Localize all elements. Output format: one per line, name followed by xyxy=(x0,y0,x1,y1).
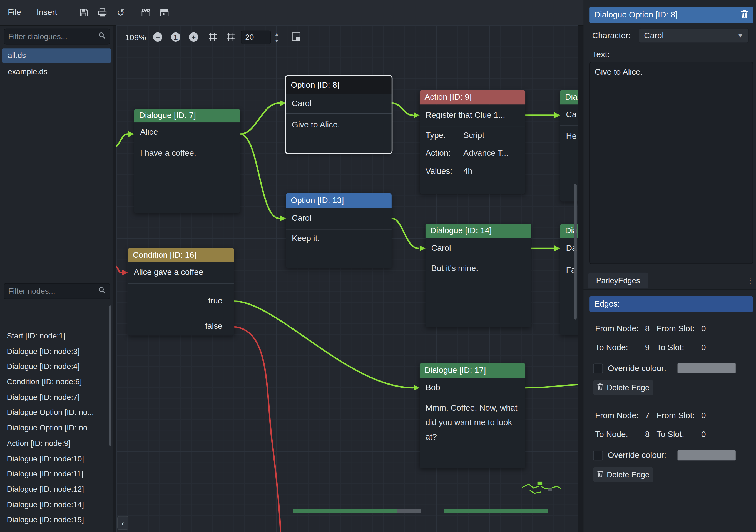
node-list-item[interactable]: Action [ID: node:9] xyxy=(0,436,109,451)
node-speaker: Alice xyxy=(134,122,240,142)
node-list-item[interactable]: Dialogue [ID: node:7] xyxy=(0,390,109,405)
node-text: I have a coffee. xyxy=(134,142,240,165)
node-header[interactable]: Dial xyxy=(560,90,579,104)
graph-node-dialogue-14[interactable]: Dialogue [ID: 14] Carol But it's mine. xyxy=(425,224,531,327)
node-list-item[interactable]: Start [ID: node:1] xyxy=(0,328,109,343)
node-list-item[interactable]: Dialogue Option [ID: no... xyxy=(0,405,109,420)
print-icon[interactable] xyxy=(94,5,110,21)
node-text: Mmm. Coffee. Now, what did you want me t… xyxy=(420,398,525,448)
node-list: Start [ID: node:1] Dialogue [ID: node:3]… xyxy=(0,328,109,532)
action-action-row: Action:Advance T... xyxy=(420,144,525,163)
override-colour-checkbox[interactable] xyxy=(593,364,603,373)
node-list-item[interactable]: Dialogue [ID: node:15] xyxy=(0,512,109,527)
node-header[interactable]: Dialogue [ID: 14] xyxy=(425,224,531,238)
character-label: Character: xyxy=(592,31,631,41)
zoom-out-button[interactable]: − xyxy=(153,33,162,42)
node-header[interactable]: Action [ID: 9] xyxy=(420,90,525,104)
snap-stepper-up[interactable]: ▲ xyxy=(273,31,281,37)
filter-dialogues-box xyxy=(4,29,110,45)
inspector-title: Dialogue Option [ID: 8] xyxy=(594,10,678,20)
kebab-menu-icon[interactable]: ⋮ xyxy=(746,276,754,285)
node-list-item[interactable]: Dialogue [ID: node:10] xyxy=(0,451,109,466)
graph-node-condition-16[interactable]: Condition [ID: 16] Alice gave a coffee t… xyxy=(128,248,234,336)
filter-nodes-input[interactable] xyxy=(5,287,98,295)
graph-canvas[interactable]: 109% − 1 + ▲ ▼ xyxy=(116,25,578,532)
dialogue-text-input[interactable]: Give to Alice. xyxy=(589,62,753,264)
node-list-item[interactable]: Condition [ID: node:16] xyxy=(0,527,109,532)
snap-distance-input[interactable] xyxy=(241,31,271,44)
node-list-item[interactable]: Dialogue [ID: node:11] xyxy=(0,466,109,481)
sidebar-divider[interactable] xyxy=(113,26,116,532)
node-text: Give to Alice. xyxy=(286,114,392,136)
text-label: Text: xyxy=(592,50,610,60)
minimap-toggle-icon[interactable] xyxy=(291,31,301,42)
override-colour-label: Override colour: xyxy=(608,450,666,460)
clipped-node-header xyxy=(445,509,548,513)
node-list-scrollbar[interactable] xyxy=(109,305,111,446)
character-value: Carol xyxy=(644,31,664,40)
node-speaker: Carol xyxy=(425,238,531,259)
collapse-sidebar-button[interactable]: ‹ xyxy=(117,516,128,530)
zoom-reset-button[interactable]: 1 xyxy=(171,33,180,42)
trash-icon xyxy=(597,470,604,479)
grid-toggle-icon[interactable] xyxy=(226,31,236,42)
override-colour-checkbox[interactable] xyxy=(593,450,603,460)
zoom-in-button[interactable]: + xyxy=(189,33,198,42)
graph-node-option-13[interactable]: Option [ID: 13] Carol Keep it. xyxy=(286,193,392,268)
node-list-item[interactable]: Dialogue [ID: node:4] xyxy=(0,359,109,374)
node-header[interactable]: Dialogue [ID: 17] xyxy=(420,363,525,378)
condition-true-output[interactable]: true xyxy=(128,291,234,312)
tab-parleyedges[interactable]: ParleyEdges xyxy=(588,273,648,289)
action-script-name: Register that Clue 1... xyxy=(420,105,525,126)
file-menu[interactable]: File xyxy=(0,0,29,25)
dialogue-file-item-exampleds[interactable]: example.ds xyxy=(2,64,111,79)
override-colour-swatch[interactable] xyxy=(678,363,736,373)
save-icon[interactable] xyxy=(76,5,92,21)
snap-stepper-down[interactable]: ▼ xyxy=(273,37,281,44)
node-text: He xyxy=(560,125,579,148)
left-sidebar: all.ds example.ds Start [ID: node:1] Dia… xyxy=(0,26,113,532)
node-list-item[interactable]: Dialogue [ID: node:3] xyxy=(0,343,109,359)
action-values-row: Values:4h xyxy=(420,162,525,180)
node-list-item[interactable]: Dialogue [ID: node:12] xyxy=(0,482,109,497)
node-speaker: Ca xyxy=(560,105,579,125)
dialogue-file-item-allds[interactable]: all.ds xyxy=(2,48,111,63)
test-from-node-icon[interactable] xyxy=(156,5,172,21)
insert-menu[interactable]: Insert xyxy=(29,0,65,25)
condition-expression: Alice gave a coffee xyxy=(128,262,234,284)
test-dialogue-icon[interactable] xyxy=(138,5,154,21)
condition-false-output[interactable]: false xyxy=(128,316,234,337)
search-icon xyxy=(98,32,106,41)
undo-icon[interactable]: ↺ xyxy=(112,5,129,21)
node-list-item[interactable]: Dialogue [ID: node:14] xyxy=(0,497,109,512)
minimap[interactable] xyxy=(520,476,562,497)
delete-edge-button[interactable]: Delete Edge xyxy=(593,380,653,395)
node-header[interactable]: Dialogue [ID: 7] xyxy=(134,109,240,122)
graph-node-option-8[interactable]: Option [ID: 8] Carol Give to Alice. xyxy=(286,76,392,153)
node-text: Keep it. xyxy=(286,229,392,250)
override-colour-row: Override colour: xyxy=(593,448,666,463)
dialogue-editor-app: File Insert ↺ all.ds example.ds xyxy=(0,0,756,532)
inspector-panel: Dialogue Option [ID: 8] Character: Carol… xyxy=(583,0,756,532)
snap-toggle-icon[interactable] xyxy=(207,31,218,42)
search-icon xyxy=(98,286,106,296)
graph-node-dialogue-17[interactable]: Dialogue [ID: 17] Bob Mmm. Coffee. Now, … xyxy=(420,363,525,468)
node-list-item[interactable]: Condition [ID: node:6] xyxy=(0,374,109,390)
override-colour-row: Override colour: xyxy=(593,361,666,376)
character-dropdown[interactable]: Carol ▼ xyxy=(639,28,749,43)
trash-icon xyxy=(597,383,604,392)
filter-dialogues-input[interactable] xyxy=(5,32,98,41)
node-header[interactable]: Option [ID: 8] xyxy=(286,76,392,94)
delete-node-icon[interactable] xyxy=(741,10,748,20)
delete-edge-button[interactable]: Delete Edge xyxy=(593,467,653,482)
inspector-divider[interactable] xyxy=(578,26,583,532)
filter-nodes-box xyxy=(4,283,110,299)
node-header[interactable]: Option [ID: 13] xyxy=(286,193,392,208)
override-colour-swatch[interactable] xyxy=(678,450,736,461)
graph-node-dialogue-7[interactable]: Dialogue [ID: 7] Alice I have a coffee. xyxy=(134,109,240,213)
canvas-vertical-scrollbar[interactable] xyxy=(574,184,577,319)
inspector-header: Dialogue Option [ID: 8] xyxy=(589,7,753,23)
node-list-item[interactable]: Dialogue Option [ID: no... xyxy=(0,420,109,436)
node-header[interactable]: Condition [ID: 16] xyxy=(128,248,234,262)
graph-node-action-9[interactable]: Action [ID: 9] Register that Clue 1... T… xyxy=(420,90,525,193)
